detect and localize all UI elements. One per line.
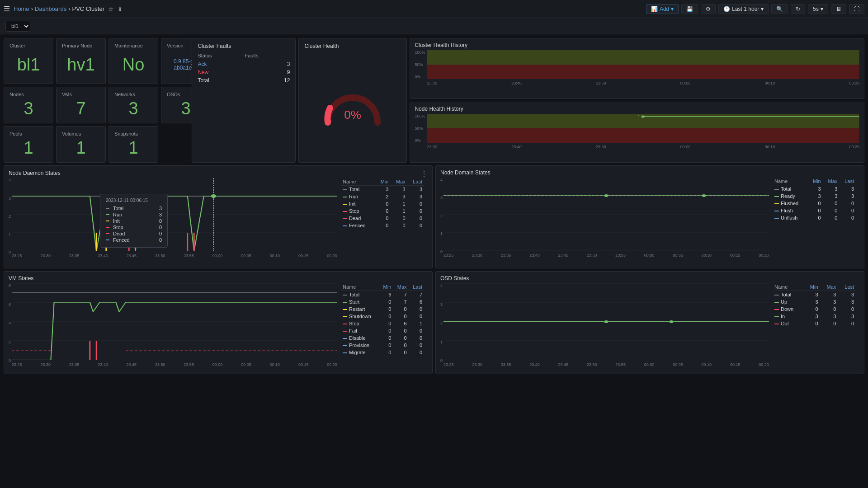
- time-range-label: Last 1 hour: [732, 6, 759, 12]
- vm-table-wrapper: Name Min Max Last Total 6 7 7 Start 0 7 …: [337, 283, 428, 370]
- clock-icon: 🕐: [723, 6, 730, 12]
- snapshots-label: Snapshots: [114, 131, 152, 136]
- daemon-x-axis: 23:25 23:30 23:35 23:40 23:45 23:50 23:5…: [12, 253, 337, 258]
- cluster-card: Cluster bl1: [4, 38, 53, 84]
- domain-title: Node Domain States: [440, 169, 491, 176]
- domain-chart-svg: [443, 178, 769, 251]
- breadcrumb-home[interactable]: Home: [14, 5, 29, 12]
- svg-text:-: -: [638, 114, 640, 117]
- daemon-th-name: Name: [341, 178, 375, 186]
- table-row: Fail 0 0 0: [341, 327, 424, 334]
- svg-text:0%: 0%: [344, 108, 362, 122]
- tv-mode-button[interactable]: 🖥: [831, 4, 846, 14]
- fs-1: New: [198, 68, 245, 76]
- osd-title: OSD States: [440, 275, 469, 282]
- tooltip-row-stop: Stop 0: [106, 225, 162, 230]
- dom-x-6: 23:55: [615, 253, 626, 258]
- faults-table: Status Faults Ack 3 New 9 Total 12: [198, 53, 290, 84]
- zoom-out-button[interactable]: 🔍: [771, 4, 788, 14]
- d-y-4: 4: [9, 178, 11, 183]
- variable-select[interactable]: bl1 bl2: [5, 21, 30, 32]
- d-x-1: 23:30: [40, 253, 51, 258]
- tooltip-time: 2023-12-11 00:06:15: [106, 198, 162, 203]
- dom-y-4: 4: [440, 178, 443, 182]
- cluster-value: bl1: [9, 50, 47, 79]
- vm-x-4: 23:45: [127, 362, 137, 367]
- osd-x-3: 23:40: [529, 362, 540, 367]
- cluster-health-card: Cluster Health 0%: [298, 38, 407, 163]
- settings-button[interactable]: ⚙: [701, 4, 716, 14]
- expand-button[interactable]: ⛶: [849, 4, 864, 14]
- d-x-4: 23:45: [127, 253, 137, 258]
- share-icon[interactable]: ⇧: [118, 5, 123, 12]
- daemon-more-button[interactable]: ⋮: [420, 169, 428, 178]
- topbar: ☰ Home › Dashboards › PVC Cluster ☆ ⇧ 📊 …: [0, 0, 868, 18]
- tooltip-stop-label: Stop: [106, 225, 123, 230]
- dom-x-7: 00:00: [644, 253, 655, 258]
- osd-x-10: 00:15: [730, 362, 741, 367]
- dom-x-9: 00:10: [702, 253, 712, 258]
- add-label: Add: [660, 6, 669, 12]
- time-range-button[interactable]: 🕐 Last 1 hour ▾: [718, 4, 769, 14]
- add-button[interactable]: 📊 Add ▾: [646, 4, 679, 14]
- daemon-title: Node Daemon States: [9, 170, 61, 176]
- vm-chart-wrapper: 8 6 4 2 0: [9, 283, 428, 370]
- daemon-th-min: Min: [375, 178, 390, 186]
- faults-row-0: Ack 3: [198, 60, 290, 68]
- chh-y: 100%50%0%: [415, 50, 427, 85]
- table-row: Restart 0 0 0: [341, 305, 424, 313]
- osd-th-last: Last: [838, 283, 856, 291]
- breadcrumb-sep2: ›: [68, 5, 70, 12]
- vm-x-2: 23:35: [69, 362, 80, 367]
- daemon-chart-area: 2023-12-11 00:06:15 Total 3 Run 3 Init 0: [12, 178, 337, 262]
- vm-y-8: 8: [9, 283, 11, 288]
- node-health-history-card2: Node Health History 100%50%0% - 23:3023:…: [410, 102, 864, 163]
- dom-x-10: 00:15: [730, 253, 741, 258]
- tooltip-run-value: 3: [159, 212, 162, 217]
- breadcrumb-dashboards[interactable]: Dashboards: [35, 5, 66, 12]
- svg-marker-4: [427, 50, 859, 65]
- svg-point-74: [670, 320, 674, 323]
- dom-x-4: 23:45: [558, 253, 569, 258]
- osd-x-8: 00:05: [673, 362, 683, 367]
- refresh-button[interactable]: ↻: [791, 4, 805, 14]
- osd-y-0: 0: [440, 358, 443, 363]
- cluster-faults-card: Cluster Faults Status Faults Ack 3 New 9…: [192, 38, 296, 163]
- table-row: Dead 0 0 0: [341, 215, 424, 222]
- nhh-x: 23:3023:4023:5000:0000:1000:20: [427, 145, 859, 149]
- vm-th-name: Name: [341, 283, 379, 291]
- tooltip-fenced-value: 0: [159, 237, 162, 243]
- vm-x-8: 00:05: [241, 362, 251, 367]
- vm-y-2: 2: [9, 340, 11, 344]
- primary_node-card: Primary Node hv1: [56, 38, 106, 84]
- tooltip-row-run: Run 3: [106, 212, 162, 217]
- faults-row-1: New 9: [198, 68, 290, 76]
- table-row: Init 0 1 0: [341, 200, 424, 207]
- daemon-header: Node Daemon States ⋮: [9, 169, 428, 178]
- d-y-0: 0: [9, 250, 11, 254]
- dom-x-5: 23:50: [587, 253, 597, 258]
- nodes-card: Nodes 3: [4, 87, 53, 123]
- pools-card: Pools 1: [4, 126, 53, 163]
- osd-y-1: 1: [440, 340, 443, 344]
- networks-card: Networks 3: [108, 87, 158, 123]
- refresh-interval-button[interactable]: 5s ▾: [808, 4, 828, 14]
- svg-point-44: [604, 194, 609, 197]
- chevron-down-icon2: ▾: [761, 6, 764, 12]
- osd-y-3: 3: [440, 302, 443, 307]
- osd-chart-wrapper: 4 3 2 1 0: [440, 283, 859, 370]
- daemon-th-max: Max: [390, 178, 407, 186]
- domain-chart-area: 23:25 23:30 23:35 23:40 23:45 23:50 23:5…: [443, 178, 769, 261]
- vm-th-max: Max: [393, 283, 408, 291]
- d-x-9: 00:10: [270, 253, 280, 258]
- save-button[interactable]: 💾: [681, 4, 698, 14]
- osd-y-4: 4: [440, 283, 443, 288]
- nodes-label: Nodes: [9, 92, 47, 97]
- osd-chart-area: 23:25 23:30 23:35 23:40 23:45 23:50 23:5…: [443, 283, 769, 370]
- menu-icon[interactable]: ☰: [4, 5, 10, 13]
- osd-x-2: 23:35: [501, 362, 511, 367]
- table-row: Out 0 0 0: [773, 320, 856, 327]
- osd-x-5: 23:50: [587, 362, 597, 367]
- table-row: Down 0 0 0: [773, 305, 856, 313]
- star-icon[interactable]: ☆: [108, 5, 114, 13]
